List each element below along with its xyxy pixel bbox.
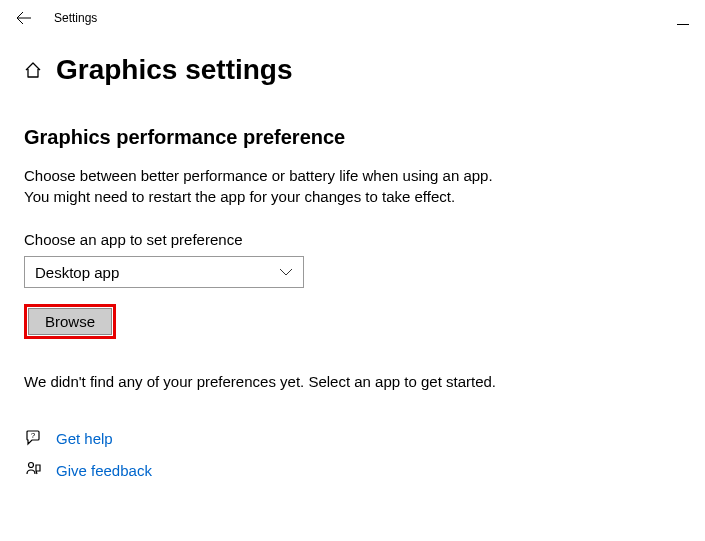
browse-button[interactable]: Browse [28,308,112,335]
description-line-1: Choose between better performance or bat… [24,167,493,184]
titlebar: Settings [0,0,705,36]
minimize-icon [677,24,689,26]
empty-state-message: We didn't find any of your preferences y… [24,373,705,390]
window-title: Settings [54,11,97,25]
section-title: Graphics performance preference [24,126,705,149]
svg-text:?: ? [31,431,36,440]
home-icon[interactable] [24,61,42,79]
arrow-left-icon [16,10,32,26]
page-header: Graphics settings [24,54,705,86]
dropdown-label: Choose an app to set preference [24,231,705,248]
back-button[interactable] [8,2,40,34]
description-line-2: You might need to restart the app for yo… [24,188,455,205]
footer-links: ? Get help Give feedback [24,429,152,493]
section-description: Choose between better performance or bat… [24,165,705,207]
content-area: Graphics settings Graphics performance p… [0,36,705,390]
browse-button-highlight: Browse [24,304,116,339]
app-type-dropdown[interactable]: Desktop app [24,256,304,288]
get-help-link[interactable]: ? Get help [24,429,152,447]
give-feedback-link[interactable]: Give feedback [24,461,152,479]
get-help-label: Get help [56,430,113,447]
help-icon: ? [24,429,44,447]
svg-rect-0 [677,24,689,25]
dropdown-selected-value: Desktop app [35,264,119,281]
svg-point-2 [29,463,34,468]
feedback-icon [24,461,44,479]
give-feedback-label: Give feedback [56,462,152,479]
minimize-button[interactable] [677,12,689,30]
page-title: Graphics settings [56,54,293,86]
chevron-down-icon [279,268,293,276]
